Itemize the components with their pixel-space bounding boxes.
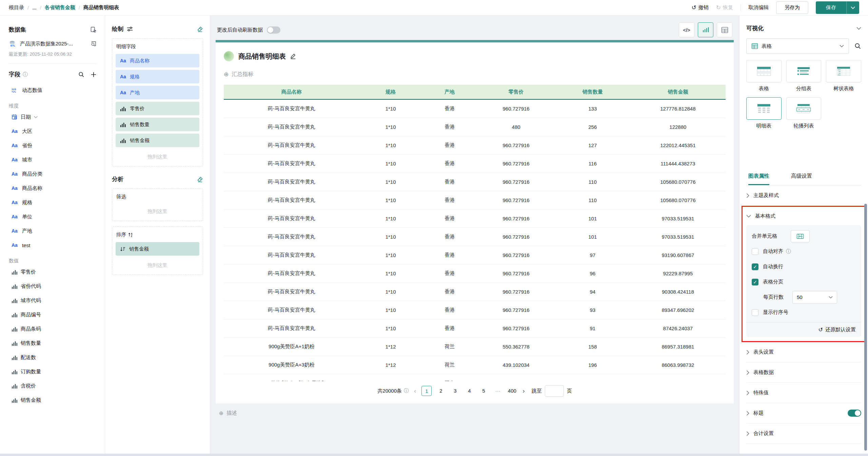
chart-view-button[interactable]: [698, 22, 713, 37]
chart-type-树状表格[interactable]: 树状表格: [826, 60, 861, 92]
code-view-button[interactable]: </>: [679, 22, 694, 37]
chart-type-分组表[interactable]: 分组表: [786, 60, 822, 92]
save-dropdown-button[interactable]: [846, 1, 859, 14]
table-cell: 960.727916: [477, 106, 555, 112]
search-chart-type-button[interactable]: [854, 43, 861, 49]
merge-cells-button[interactable]: [791, 230, 810, 242]
sidebar-measure-field[interactable]: 销售金额: [9, 393, 97, 407]
page-number-4[interactable]: 4: [464, 386, 474, 396]
sidebar-measure-field[interactable]: 含税价: [9, 379, 97, 393]
clear-draw-button[interactable]: [197, 26, 203, 32]
field-label: 城市: [22, 157, 32, 163]
sidebar-measure-field[interactable]: 销售数量: [9, 336, 97, 350]
sidebar-measure-field[interactable]: 城市代码: [9, 293, 97, 308]
sidebar-dimension-field[interactable]: Aa城市: [9, 153, 97, 167]
cancel-edit-button[interactable]: 取消编辑: [748, 4, 769, 11]
collapse-panel-button[interactable]: [856, 27, 861, 30]
sidebar-measure-field[interactable]: 商品编号: [9, 308, 97, 322]
table-view-button[interactable]: [717, 22, 732, 37]
section-表头设置[interactable]: 表头设置: [746, 342, 861, 362]
sidebar-dimension-field[interactable]: Aa省份: [9, 138, 97, 153]
page-number-2[interactable]: 2: [436, 386, 446, 396]
field-chip-measure[interactable]: 零售价: [116, 102, 199, 115]
save-as-button[interactable]: 另存为: [776, 1, 808, 14]
save-button[interactable]: 保存: [816, 1, 846, 14]
filter-dropzone[interactable]: 筛选 拖到这里: [112, 189, 203, 221]
page-number-3[interactable]: 3: [450, 386, 460, 396]
breadcrumb-root[interactable]: 根目录: [9, 4, 24, 11]
breadcrumb-parent[interactable]: 各省销售金额: [45, 4, 75, 11]
field-chip-measure[interactable]: 销售金额: [116, 134, 199, 147]
dataset-name[interactable]: 产品演示数据集2025-...: [20, 41, 87, 47]
sidebar-measure-field[interactable]: 零售价: [9, 265, 97, 279]
table-cell: 122880: [630, 124, 726, 130]
chart-type-表格[interactable]: 表格: [746, 60, 782, 92]
chart-type-select[interactable]: 表格: [746, 38, 849, 54]
title-toggle[interactable]: [848, 410, 861, 417]
tab-chart-properties[interactable]: 图表属性: [748, 173, 769, 185]
section-basic-format[interactable]: 基本格式: [746, 207, 861, 225]
sidebar-dimension-field[interactable]: Aa产地: [9, 224, 97, 238]
table-cell: 1*6: [359, 380, 422, 381]
clear-analysis-button[interactable]: [197, 176, 203, 182]
sort-chip[interactable]: 销售金额: [116, 242, 199, 256]
edit-title-button[interactable]: [290, 53, 296, 59]
sidebar-measure-field[interactable]: 省份代码: [9, 279, 97, 293]
sidebar-dimension-field[interactable]: 日期: [9, 110, 97, 124]
field-chip-dimension[interactable]: Aa规格: [116, 70, 199, 83]
table-paging-checkbox[interactable]: ✓: [752, 279, 758, 285]
sidebar-measure-field[interactable]: 配送数: [9, 350, 97, 364]
page-number-5[interactable]: 5: [478, 386, 489, 396]
sort-dropzone[interactable]: 排序 A Z 销售金额 拖到这里: [112, 226, 203, 275]
rows-per-page-select[interactable]: 50: [792, 291, 837, 304]
plus-circle-icon: ⊕: [219, 410, 223, 416]
dataset-refresh-icon: [90, 26, 97, 33]
jump-page-input[interactable]: [545, 385, 564, 397]
detail-fields-dropzone[interactable]: 明细字段 Aa商品名称Aa规格Aa产地 零售价 销售数量 销售金额 拖到这里: [112, 38, 203, 166]
add-summary-indicator-button[interactable]: ⊕ 汇总指标: [224, 71, 726, 78]
sidebar-dimension-field[interactable]: Aatest: [9, 238, 97, 252]
table-cell: 香港: [422, 215, 477, 222]
switch-dataset-button[interactable]: [90, 26, 97, 33]
breadcrumb-ellipsis[interactable]: ...: [32, 5, 37, 11]
prev-page-button[interactable]: ‹: [413, 387, 417, 395]
auto-wrap-checkbox[interactable]: ✓: [752, 263, 758, 270]
section-theme-style[interactable]: 主题及样式: [746, 185, 861, 206]
sidebar-dimension-field[interactable]: Aa大区: [9, 124, 97, 138]
draw-settings-button[interactable]: [127, 26, 133, 32]
sidebar-measure-field[interactable]: 商品条码: [9, 322, 97, 336]
field-chip-measure[interactable]: 销售数量: [116, 118, 199, 131]
page-number-400[interactable]: 400: [507, 386, 517, 396]
sidebar-measure-field[interactable]: 订购数量: [9, 364, 97, 379]
chart-type-明细表[interactable]: 明细表: [746, 97, 782, 129]
chart-type-轮播列表[interactable]: 轮播列表: [786, 97, 822, 129]
section-合计设置[interactable]: 合计设置: [746, 423, 861, 444]
section-标题[interactable]: 标题: [746, 403, 861, 423]
sidebar-dimension-field[interactable]: Aa商品名称: [9, 181, 97, 195]
sidebar-field-dynamic-value[interactable]: 123 动态数值: [9, 83, 97, 97]
add-description-button[interactable]: ⊕ 描述: [219, 410, 734, 417]
auto-align-checkbox[interactable]: ✓: [752, 248, 758, 255]
reset-default-button[interactable]: ↺ 还原默认设置: [746, 322, 861, 337]
auto-refresh-toggle[interactable]: [267, 26, 280, 34]
redo-button[interactable]: ↻ 恢复: [716, 4, 733, 11]
page-ellipsis[interactable]: ···: [493, 386, 503, 396]
panel-scrollbar[interactable]: [864, 204, 867, 451]
show-row-number-checkbox[interactable]: ✓: [752, 309, 758, 316]
next-page-button[interactable]: ›: [522, 387, 525, 395]
field-label: 规格: [22, 199, 32, 206]
sidebar-dimension-field[interactable]: Aa商品分类: [9, 167, 97, 181]
preview-dataset-button[interactable]: [91, 41, 97, 47]
field-chip-dimension[interactable]: Aa产地: [116, 86, 199, 99]
field-chip-dimension[interactable]: Aa商品名称: [116, 54, 199, 67]
search-fields-button[interactable]: [78, 72, 84, 78]
tab-advanced-settings[interactable]: 高级设置: [791, 173, 812, 185]
dataset-row[interactable]: ETL 产品演示数据集2025-...: [9, 40, 97, 47]
sidebar-dimension-field[interactable]: Aa单位: [9, 210, 97, 224]
section-特殊值[interactable]: 特殊值: [746, 383, 861, 403]
undo-button[interactable]: ↺ 撤销: [692, 4, 709, 11]
sidebar-dimension-field[interactable]: Aa规格: [9, 195, 97, 210]
page-number-1[interactable]: 1: [421, 386, 432, 396]
add-field-button[interactable]: [91, 72, 97, 78]
section-表格数据[interactable]: 表格数据: [746, 362, 861, 383]
